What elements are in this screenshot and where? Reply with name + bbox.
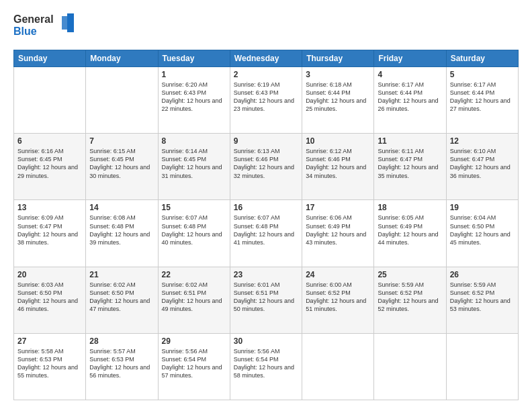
day-info: Sunrise: 5:59 AMSunset: 6:52 PMDaylight:… bbox=[450, 281, 515, 314]
day-number: 7 bbox=[89, 136, 154, 146]
calendar-cell: 21Sunrise: 6:02 AMSunset: 6:50 PMDayligh… bbox=[86, 267, 158, 333]
day-number: 23 bbox=[234, 270, 298, 279]
day-number: 28 bbox=[89, 336, 154, 346]
calendar-cell: 11Sunrise: 6:11 AMSunset: 6:47 PMDayligh… bbox=[374, 134, 446, 200]
day-number: 13 bbox=[17, 203, 82, 212]
calendar-cell bbox=[374, 333, 446, 400]
header: General Blue bbox=[13, 11, 519, 43]
calendar-cell: 28Sunrise: 5:57 AMSunset: 6:53 PMDayligh… bbox=[86, 333, 158, 400]
logo-icon: General Blue bbox=[13, 11, 77, 40]
svg-text:Blue: Blue bbox=[13, 26, 37, 37]
calendar-cell: 18Sunrise: 6:05 AMSunset: 6:49 PMDayligh… bbox=[374, 200, 446, 267]
day-info: Sunrise: 5:59 AMSunset: 6:52 PMDaylight:… bbox=[378, 281, 442, 314]
day-number: 22 bbox=[162, 270, 226, 279]
calendar-cell: 12Sunrise: 6:10 AMSunset: 6:47 PMDayligh… bbox=[446, 134, 518, 200]
day-info: Sunrise: 6:19 AMSunset: 6:43 PMDaylight:… bbox=[234, 81, 298, 113]
calendar-table: SundayMondayTuesdayWednesdayThursdayFrid… bbox=[13, 50, 519, 400]
day-number: 6 bbox=[17, 136, 82, 146]
calendar-cell: 7Sunrise: 6:15 AMSunset: 6:45 PMDaylight… bbox=[86, 134, 158, 200]
day-info: Sunrise: 6:16 AMSunset: 6:45 PMDaylight:… bbox=[17, 147, 82, 180]
day-info: Sunrise: 6:06 AMSunset: 6:49 PMDaylight:… bbox=[306, 214, 370, 246]
day-number: 14 bbox=[89, 203, 154, 212]
day-info: Sunrise: 5:57 AMSunset: 6:53 PMDaylight:… bbox=[89, 347, 154, 380]
week-row-5: 27Sunrise: 5:58 AMSunset: 6:53 PMDayligh… bbox=[14, 333, 519, 400]
calendar-cell: 2Sunrise: 6:19 AMSunset: 6:43 PMDaylight… bbox=[230, 67, 302, 134]
calendar-cell: 16Sunrise: 6:07 AMSunset: 6:48 PMDayligh… bbox=[230, 200, 302, 267]
calendar-cell: 6Sunrise: 6:16 AMSunset: 6:45 PMDaylight… bbox=[14, 134, 86, 200]
day-info: Sunrise: 5:58 AMSunset: 6:53 PMDaylight:… bbox=[17, 347, 82, 380]
day-number: 15 bbox=[162, 203, 226, 212]
day-number: 17 bbox=[306, 203, 370, 212]
day-info: Sunrise: 6:12 AMSunset: 6:46 PMDaylight:… bbox=[306, 147, 370, 180]
calendar-cell: 15Sunrise: 6:07 AMSunset: 6:48 PMDayligh… bbox=[158, 200, 230, 267]
day-number: 10 bbox=[306, 136, 370, 146]
calendar-cell: 3Sunrise: 6:18 AMSunset: 6:44 PMDaylight… bbox=[302, 67, 374, 134]
calendar-cell: 25Sunrise: 5:59 AMSunset: 6:52 PMDayligh… bbox=[374, 267, 446, 333]
calendar-cell: 10Sunrise: 6:12 AMSunset: 6:46 PMDayligh… bbox=[302, 134, 374, 200]
weekday-header-wednesday: Wednesday bbox=[230, 50, 302, 67]
day-number: 25 bbox=[378, 270, 442, 279]
day-info: Sunrise: 6:17 AMSunset: 6:44 PMDaylight:… bbox=[450, 81, 515, 113]
weekday-header-saturday: Saturday bbox=[446, 50, 518, 67]
weekday-header-friday: Friday bbox=[374, 50, 446, 67]
day-number: 11 bbox=[378, 136, 442, 146]
day-number: 29 bbox=[162, 336, 226, 346]
calendar-cell: 13Sunrise: 6:09 AMSunset: 6:47 PMDayligh… bbox=[14, 200, 86, 267]
day-number: 20 bbox=[17, 270, 82, 279]
weekday-header-monday: Monday bbox=[86, 50, 158, 67]
calendar-cell: 1Sunrise: 6:20 AMSunset: 6:43 PMDaylight… bbox=[158, 67, 230, 134]
day-info: Sunrise: 6:11 AMSunset: 6:47 PMDaylight:… bbox=[378, 147, 442, 180]
day-info: Sunrise: 6:02 AMSunset: 6:51 PMDaylight:… bbox=[162, 281, 226, 314]
day-number: 12 bbox=[450, 136, 515, 146]
day-number: 19 bbox=[450, 203, 515, 212]
day-info: Sunrise: 6:05 AMSunset: 6:49 PMDaylight:… bbox=[378, 214, 442, 246]
calendar-cell: 14Sunrise: 6:08 AMSunset: 6:48 PMDayligh… bbox=[86, 200, 158, 267]
day-number: 18 bbox=[378, 203, 442, 212]
day-number: 8 bbox=[162, 136, 226, 146]
day-info: Sunrise: 6:01 AMSunset: 6:51 PMDaylight:… bbox=[234, 281, 298, 314]
weekday-header-thursday: Thursday bbox=[302, 50, 374, 67]
week-row-1: 1Sunrise: 6:20 AMSunset: 6:43 PMDaylight… bbox=[14, 67, 519, 134]
calendar-cell: 17Sunrise: 6:06 AMSunset: 6:49 PMDayligh… bbox=[302, 200, 374, 267]
day-info: Sunrise: 6:18 AMSunset: 6:44 PMDaylight:… bbox=[306, 81, 370, 113]
day-number: 9 bbox=[234, 136, 298, 146]
day-info: Sunrise: 6:07 AMSunset: 6:48 PMDaylight:… bbox=[162, 214, 226, 246]
calendar-cell bbox=[14, 67, 86, 134]
calendar-cell: 30Sunrise: 5:56 AMSunset: 6:54 PMDayligh… bbox=[230, 333, 302, 400]
day-info: Sunrise: 5:56 AMSunset: 6:54 PMDaylight:… bbox=[162, 347, 226, 380]
calendar-page: General Blue SundayMondayTuesdayWednesda… bbox=[0, 0, 532, 411]
day-info: Sunrise: 6:13 AMSunset: 6:46 PMDaylight:… bbox=[234, 147, 298, 180]
day-number: 27 bbox=[17, 336, 82, 346]
day-info: Sunrise: 6:20 AMSunset: 6:43 PMDaylight:… bbox=[162, 81, 226, 113]
calendar-cell: 4Sunrise: 6:17 AMSunset: 6:44 PMDaylight… bbox=[374, 67, 446, 134]
week-row-3: 13Sunrise: 6:09 AMSunset: 6:47 PMDayligh… bbox=[14, 200, 519, 267]
svg-text:General: General bbox=[13, 13, 54, 25]
day-info: Sunrise: 6:00 AMSunset: 6:52 PMDaylight:… bbox=[306, 281, 370, 314]
weekday-header-row: SundayMondayTuesdayWednesdayThursdayFrid… bbox=[14, 50, 519, 67]
calendar-cell: 20Sunrise: 6:03 AMSunset: 6:50 PMDayligh… bbox=[14, 267, 86, 333]
day-number: 30 bbox=[234, 336, 298, 346]
day-info: Sunrise: 6:10 AMSunset: 6:47 PMDaylight:… bbox=[450, 147, 515, 180]
svg-marker-3 bbox=[67, 13, 74, 32]
day-number: 26 bbox=[450, 270, 515, 279]
day-info: Sunrise: 6:04 AMSunset: 6:50 PMDaylight:… bbox=[450, 214, 515, 246]
day-info: Sunrise: 5:56 AMSunset: 6:54 PMDaylight:… bbox=[234, 347, 298, 380]
logo-text: General Blue bbox=[13, 11, 77, 43]
day-info: Sunrise: 6:03 AMSunset: 6:50 PMDaylight:… bbox=[17, 281, 82, 314]
day-number: 5 bbox=[450, 70, 515, 79]
calendar-cell: 24Sunrise: 6:00 AMSunset: 6:52 PMDayligh… bbox=[302, 267, 374, 333]
day-info: Sunrise: 6:07 AMSunset: 6:48 PMDaylight:… bbox=[234, 214, 298, 246]
day-info: Sunrise: 6:15 AMSunset: 6:45 PMDaylight:… bbox=[89, 147, 154, 180]
calendar-cell: 23Sunrise: 6:01 AMSunset: 6:51 PMDayligh… bbox=[230, 267, 302, 333]
day-number: 24 bbox=[306, 270, 370, 279]
logo: General Blue bbox=[13, 11, 77, 43]
day-info: Sunrise: 6:17 AMSunset: 6:44 PMDaylight:… bbox=[378, 81, 442, 113]
calendar-cell: 27Sunrise: 5:58 AMSunset: 6:53 PMDayligh… bbox=[14, 333, 86, 400]
calendar-cell bbox=[446, 333, 518, 400]
calendar-cell: 19Sunrise: 6:04 AMSunset: 6:50 PMDayligh… bbox=[446, 200, 518, 267]
calendar-cell: 9Sunrise: 6:13 AMSunset: 6:46 PMDaylight… bbox=[230, 134, 302, 200]
day-info: Sunrise: 6:14 AMSunset: 6:45 PMDaylight:… bbox=[162, 147, 226, 180]
day-number: 4 bbox=[378, 70, 442, 79]
calendar-cell: 8Sunrise: 6:14 AMSunset: 6:45 PMDaylight… bbox=[158, 134, 230, 200]
calendar-cell: 5Sunrise: 6:17 AMSunset: 6:44 PMDaylight… bbox=[446, 67, 518, 134]
